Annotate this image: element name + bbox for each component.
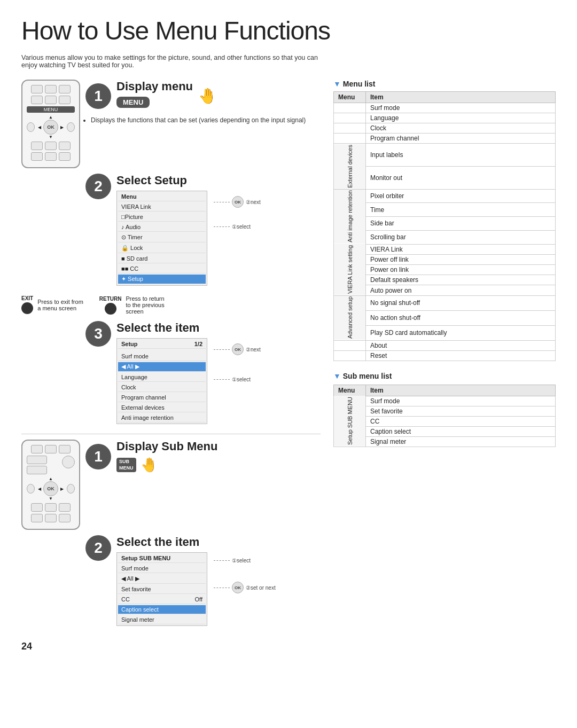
remote-circle: [67, 122, 75, 132]
section-display-menu: MENU ▲ ◀ OK ▶ ▼: [21, 80, 321, 168]
remote-btn: [45, 96, 57, 104]
caption-selected[interactable]: Caption select: [118, 605, 206, 614]
remote-btn: [59, 142, 71, 150]
setup-selected[interactable]: ✦ Setup: [118, 275, 206, 284]
return-button[interactable]: [105, 303, 116, 315]
table-row: Clock: [334, 123, 556, 134]
table-row: Caption select: [334, 426, 556, 436]
table-row: Setup SUB MENU Surf mode: [334, 396, 556, 406]
table-row: Advanced setup No signal shut-off: [334, 295, 556, 310]
step-2-circle: 2: [85, 174, 111, 199]
remote-top: MENU ▲ ◀ OK ▶ ▼: [21, 80, 80, 168]
table-row: Scrolling bar: [334, 230, 556, 244]
page-title: How to Use Menu Functions: [21, 16, 556, 45]
section-select-setup: 2 Select Setup Menu VIERA Link □Picture …: [21, 174, 321, 290]
remote-circle: [27, 122, 35, 132]
menu-list-title: ▼ Menu list: [333, 80, 556, 88]
remote-btn: [27, 466, 47, 474]
table-row: External devices Input labels: [334, 144, 556, 167]
section3-content: 3 Select the item Setup1/2 Surf mode ◀ A…: [85, 321, 321, 428]
section5-mockup: Setup SUB MENU Surf mode ◀ All ▶ Set fav…: [116, 552, 276, 626]
v-prefix-2: ▼: [333, 372, 341, 380]
remote-circle: [27, 484, 35, 494]
step-1b-circle: 1: [85, 444, 111, 469]
table-row: Surf mode: [334, 103, 556, 113]
remote-sub: ▲ ◀ OK ▶ ▼: [21, 440, 80, 530]
section-select-item: 3 Select the item Setup1/2 Surf mode ◀ A…: [21, 321, 321, 428]
left-column: MENU ▲ ◀ OK ▶ ▼: [21, 80, 321, 652]
remote-btn: [45, 445, 57, 453]
divider: [21, 434, 321, 434]
hand-menu-icon: 🤚: [198, 87, 217, 105]
remote-btn: [31, 96, 43, 104]
anti-image-label: Anti image retention: [334, 189, 366, 244]
table-row: Time: [334, 203, 556, 217]
section1-title: Display menu: [116, 80, 193, 93]
table-row: No action shut-off: [334, 310, 556, 325]
return-text: Press to return to the previous screen: [126, 295, 164, 315]
menu-button[interactable]: MENU: [116, 97, 150, 108]
table-row: Auto power on: [334, 285, 556, 295]
exit-text: Press to exit from a menu screen: [37, 299, 83, 311]
viera-link-label: VIERA Link setting: [334, 244, 366, 295]
item-menu-table: Setup1/2 Surf mode ◀ All ▶ Language Cloc…: [116, 338, 207, 424]
table-row: Side bar: [334, 217, 556, 231]
remote-circle: [62, 456, 75, 468]
table-row: Play SD card automatically: [334, 325, 556, 340]
table-row: VIERA Link setting VIERA Link: [334, 244, 556, 254]
ok-nav-3: OK: [232, 582, 244, 593]
setup-menu-table: Menu VIERA Link □Picture ♪ Audio ⊙ Timer…: [116, 191, 207, 286]
table-row: Set favorite: [334, 406, 556, 416]
press-exit: EXIT Press to exit from a menu screen: [21, 295, 83, 314]
section2-mockup: Menu VIERA Link □Picture ♪ Audio ⊙ Timer…: [116, 191, 261, 286]
table-row: Reset: [334, 350, 556, 361]
table-row: Default speakers: [334, 275, 556, 285]
next-label-2: ②next: [246, 347, 261, 353]
arrow-guide-3: ①select OK ②set or next: [214, 552, 276, 593]
hand-sub-icon: 🤚: [141, 457, 158, 473]
section4-content: 1 Display Sub Menu SUBMENU 🤚: [85, 440, 321, 477]
table-row: CC: [334, 416, 556, 426]
arrow-guide-2: OK ②next ①select: [214, 338, 261, 382]
sub-menu-label: SUBMENU: [116, 458, 136, 472]
remote-btn: [45, 152, 57, 161]
table-row: Language: [334, 113, 556, 123]
intro-text: Various menus allow you to make settings…: [21, 54, 321, 69]
exit-label: EXIT: [21, 295, 33, 301]
section-select-sub-item: 2 Select the item Setup SUB MENU Surf mo…: [21, 535, 321, 630]
section4-title: Display Sub Menu: [116, 440, 217, 453]
remote-btn: [31, 503, 43, 512]
remote-btn: [59, 445, 71, 453]
section3-mockup: Setup1/2 Surf mode ◀ All ▶ Language Cloc…: [116, 338, 261, 424]
table-row: Signal meter: [334, 436, 556, 447]
remote-btn: [45, 503, 57, 512]
section-display-sub-menu: ▲ ◀ OK ▶ ▼: [21, 440, 321, 530]
menu-label: MENU: [27, 106, 75, 113]
sub-menu-list-title: ▼ Sub menu list: [333, 372, 556, 380]
select-label-2: ①select: [232, 377, 251, 382]
remote-illustration-1: MENU ▲ ◀ OK ▶ ▼: [21, 80, 80, 168]
table-row: Program channel: [334, 134, 556, 144]
ok-nav-2: OK: [232, 343, 244, 355]
all-selected[interactable]: ◀ All ▶: [118, 362, 206, 372]
remote-btn: [31, 85, 43, 93]
advanced-setup-label: Advanced setup: [334, 295, 366, 340]
page-number: 24: [21, 641, 321, 652]
table-row: Anti image retention Pixel orbiter: [334, 189, 556, 203]
col-item: Item: [366, 92, 556, 103]
remote-illustration-2: ▲ ◀ OK ▶ ▼: [21, 440, 80, 530]
remote-btn: [45, 142, 57, 150]
section5-title: Select the item: [116, 535, 276, 549]
remote-btn: [59, 85, 71, 93]
exit-button[interactable]: [21, 302, 33, 314]
remote-btn: [45, 85, 57, 93]
table-row: Power on link: [334, 265, 556, 275]
remote-circle: [67, 484, 75, 494]
sub-item-menu-table: Setup SUB MENU Surf mode ◀ All ▶ Set fav…: [116, 552, 207, 626]
menu-list-section: ▼ Menu list Menu Item Surf mode Language…: [333, 80, 556, 361]
select-label-3: ①select: [232, 558, 251, 563]
section5-content: 2 Select the item Setup SUB MENU Surf mo…: [85, 535, 321, 630]
ok-btn[interactable]: OK: [43, 120, 58, 135]
ok-btn-2[interactable]: OK: [43, 481, 58, 496]
press-return: RETURN Press to return to the previous s…: [99, 295, 165, 315]
